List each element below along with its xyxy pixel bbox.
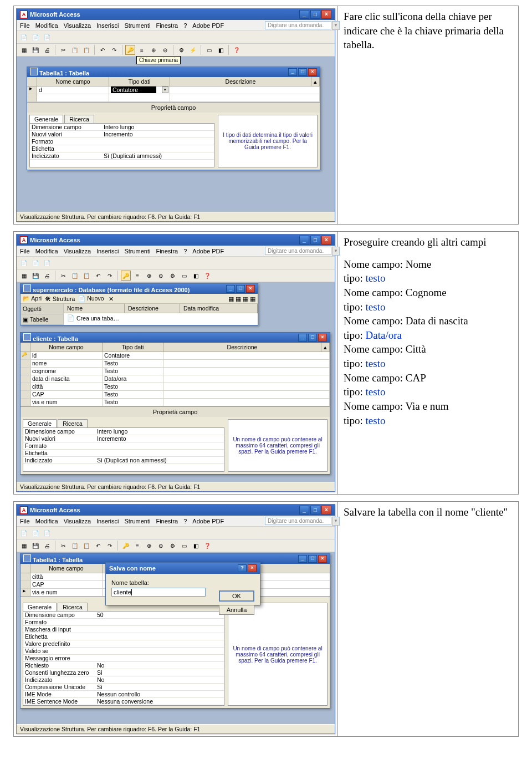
- copy-icon[interactable]: 📋: [70, 45, 80, 55]
- menu-edit[interactable]: Modifica: [35, 22, 58, 29]
- field-type-cell[interactable]: Testo: [103, 391, 163, 398]
- row-selector[interactable]: [21, 352, 30, 359]
- main-toolbar[interactable]: ▦ 💾 🖨 ✂ 📋 📋 ↶ ↷ 🔑 ≡ ⊕ ⊖ ⚙ ▭ ◧: [17, 269, 335, 282]
- delete-row-icon[interactable]: ⊖: [160, 45, 170, 55]
- cancel-button[interactable]: Annulla: [219, 605, 254, 615]
- field-type-cell[interactable]: Data/ora: [103, 375, 163, 383]
- child-min[interactable]: _: [288, 68, 297, 76]
- field-name-cell[interactable]: cognome: [30, 368, 103, 375]
- field-type-cell[interactable]: Testo: [103, 383, 163, 390]
- grid-row[interactable]: nome Testo: [21, 360, 330, 368]
- dialog-close-icon[interactable]: ×: [248, 564, 257, 572]
- rows-icon[interactable]: ≡: [137, 45, 147, 55]
- row-selector[interactable]: [27, 86, 37, 94]
- paste-icon[interactable]: 📋: [81, 45, 91, 55]
- titlebar[interactable]: A Microsoft Access _ □ ×: [17, 235, 335, 246]
- field-name-cell[interactable]: nome: [30, 360, 103, 367]
- field-name-cell[interactable]: via e num: [30, 589, 103, 596]
- redo-icon[interactable]: ↷: [109, 45, 119, 55]
- field-type-cell[interactable]: Testo: [103, 368, 163, 375]
- table-design-window-2[interactable]: cliente : Tabella _ □ × Nome campo: [20, 332, 330, 475]
- pdf-toolbar[interactable]: 📄 📄 📄: [17, 31, 335, 44]
- field-name-cell[interactable]: CAP: [30, 581, 103, 588]
- cut-icon[interactable]: ✂: [58, 271, 68, 281]
- row-selector[interactable]: [21, 360, 30, 367]
- field-name-cell[interactable]: città: [30, 383, 103, 390]
- print-icon[interactable]: 🖨: [42, 45, 52, 55]
- menu-insert[interactable]: Inserisci: [96, 22, 119, 29]
- key-icon[interactable]: 🔑: [121, 271, 131, 281]
- grid-row[interactable]: [27, 94, 320, 102]
- access-main-window[interactable]: A Microsoft Access _ □ × File Modifica V…: [16, 8, 335, 222]
- menu-help[interactable]: ?: [183, 22, 187, 29]
- grid-row[interactable]: CAP Testo: [21, 391, 330, 399]
- field-type-cell[interactable]: Testo: [103, 399, 163, 406]
- props-icon[interactable]: ⚙: [176, 45, 186, 55]
- db-window-icon[interactable]: ▭: [204, 45, 214, 55]
- menubar[interactable]: File Modifica Visualizza Inserisci Strum…: [17, 246, 335, 257]
- field-name-cell[interactable]: città: [30, 573, 103, 580]
- grid-row[interactable]: cognome Testo: [21, 368, 330, 375]
- pdf-icon-3[interactable]: 📄: [42, 32, 52, 42]
- dialog-help-icon[interactable]: ?: [238, 564, 247, 572]
- tab-lookup[interactable]: Ricerca: [64, 115, 94, 123]
- row-selector[interactable]: [21, 573, 30, 580]
- row-selector[interactable]: [21, 383, 30, 390]
- database-window[interactable]: supermercato : Database (formato file di…: [20, 283, 258, 325]
- access-main-window-3[interactable]: A Microsoft Access _ □ × File Modifica V…: [16, 504, 335, 734]
- field-type-cell[interactable]: Contatore ▾: [109, 86, 170, 94]
- field-desc-cell[interactable]: [170, 86, 320, 94]
- main-toolbar[interactable]: ▦ 💾 🖨 ✂ 📋 📋 ↶ ↷ 🔑 ≡ ⊕ ⊖ ⚙: [17, 44, 335, 57]
- menu-tools[interactable]: Strumenti: [124, 22, 150, 29]
- grid-row[interactable]: città Testo: [21, 383, 330, 391]
- field-type-cell[interactable]: Testo: [103, 360, 163, 367]
- row-selector[interactable]: [21, 589, 30, 596]
- save-icon[interactable]: 💾: [30, 45, 40, 55]
- undo-icon[interactable]: ↶: [98, 45, 108, 55]
- save-input[interactable]: cliente: [111, 588, 206, 597]
- print-icon[interactable]: 🖨: [42, 271, 52, 281]
- menu-adobe[interactable]: Adobe PDF: [192, 22, 224, 29]
- copy-icon[interactable]: 📋: [70, 271, 80, 281]
- row-selector[interactable]: [21, 391, 30, 398]
- minimize-button[interactable]: _: [299, 10, 309, 19]
- undo-icon[interactable]: ↶: [93, 271, 103, 281]
- grid-row[interactable]: id Contatore: [21, 352, 330, 360]
- design-grid[interactable]: Nome campo Tipo dati Descrizione ▴ d Con…: [27, 77, 320, 102]
- field-type-cell[interactable]: Contatore: [103, 352, 163, 359]
- tab-general[interactable]: Generale: [29, 115, 63, 123]
- props-grid[interactable]: Dimensione campoIntero lungo Nuovi valor…: [29, 123, 214, 167]
- redo-icon[interactable]: ↷: [105, 271, 115, 281]
- field-name-cell[interactable]: d: [37, 86, 109, 94]
- row-selector[interactable]: [21, 399, 30, 406]
- menu-view[interactable]: Visualizza: [64, 22, 91, 29]
- grid-row[interactable]: d Contatore ▾: [27, 86, 320, 94]
- minimize-button[interactable]: _: [299, 236, 309, 245]
- help-dropdown[interactable]: ▼: [332, 21, 340, 30]
- db-new[interactable]: 📄 Nuovo: [78, 295, 104, 302]
- close-button[interactable]: ×: [321, 236, 331, 245]
- grid-row[interactable]: data di nascita Data/ora: [21, 375, 330, 383]
- field-name-cell[interactable]: via e num: [30, 399, 103, 406]
- view-icon[interactable]: ▦: [19, 45, 29, 55]
- key-icon[interactable]: 🔑: [125, 45, 135, 55]
- maximize-button[interactable]: □: [310, 236, 320, 245]
- view-icon[interactable]: ▦: [19, 271, 29, 281]
- index-icon[interactable]: ⚡: [188, 45, 198, 55]
- row-selector[interactable]: [21, 375, 30, 383]
- obj-icon[interactable]: ◧: [216, 45, 226, 55]
- titlebar[interactable]: A Microsoft Access _ □ ×: [17, 9, 335, 20]
- menu-window[interactable]: Finestra: [156, 22, 178, 29]
- pdf-icon-2[interactable]: 📄: [30, 32, 40, 42]
- field-name-cell[interactable]: data di nascita: [30, 375, 103, 383]
- menu-file[interactable]: File: [20, 22, 30, 29]
- ok-button[interactable]: OK: [219, 590, 254, 602]
- row-selector[interactable]: [21, 368, 30, 375]
- db-tab-tables[interactable]: ▣ Tabelle: [21, 314, 63, 325]
- db-list-item[interactable]: 📄 Crea una taba…: [64, 313, 258, 323]
- help-search[interactable]: Digitare una domanda. ▼: [265, 21, 331, 29]
- child-max[interactable]: □: [298, 68, 307, 76]
- save-icon[interactable]: 💾: [30, 271, 40, 281]
- maximize-button[interactable]: □: [310, 10, 320, 19]
- scroll-up[interactable]: ▴: [311, 77, 320, 86]
